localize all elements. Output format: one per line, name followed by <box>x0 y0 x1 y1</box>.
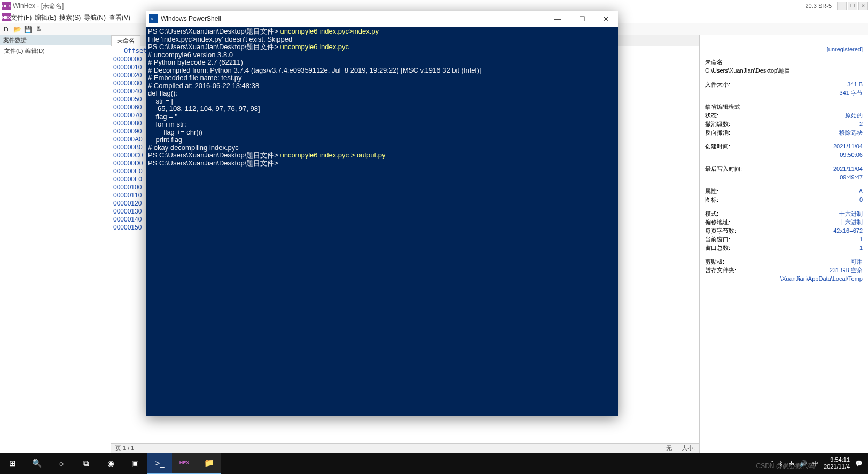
info-row: 偏移地址:十六进制 <box>705 218 863 226</box>
case-submenu[interactable]: 文件(L) 编辑(D) <box>0 45 111 57</box>
registration-status: [unregistered] <box>700 35 868 58</box>
search-icon[interactable]: 🔍 <box>25 453 49 474</box>
tab-unnamed[interactable]: 未命名 <box>111 35 140 46</box>
close-button[interactable]: ✕ <box>858 2 868 10</box>
menu-file[interactable]: 文件(F) <box>11 13 32 22</box>
info-row: 每页字节数:42x16=672 <box>705 226 863 235</box>
ps-minimize-button[interactable]: — <box>546 11 570 27</box>
menu-edit[interactable]: 编辑(E) <box>35 13 56 22</box>
info-row: 最后写入时间:2021/11/04 <box>705 164 863 173</box>
system-clock[interactable]: 9:54:11 2021/11/4 <box>824 456 850 470</box>
menu-search[interactable]: 搜索(S) <box>59 13 81 22</box>
status-none: 无 <box>666 444 672 452</box>
winhex-app-icon: HEX <box>2 2 11 10</box>
minimize-button[interactable]: — <box>837 2 847 10</box>
print-icon[interactable]: 🖶 <box>34 25 43 34</box>
start-button[interactable]: ⊞ <box>0 453 25 474</box>
winhex-title: WinHex - [未命名] <box>13 2 64 11</box>
powershell-title: Windows PowerShell <box>161 15 221 22</box>
terminal-line: PS C:\Users\XuanJian\Desktop\题目文件> uncom… <box>148 152 616 160</box>
terminal-line: flag = '' <box>148 113 616 121</box>
terminal-line: for i in str: <box>148 121 616 129</box>
taskview-icon[interactable]: ⧉ <box>74 453 98 474</box>
info-row: 剪贴板:可用 <box>705 257 863 266</box>
info-row: 09:50:06 <box>705 151 863 159</box>
taskbar-explorer[interactable]: 📁 <box>197 453 221 474</box>
terminal-line: # Python bytecode 2.7 (62211) <box>148 59 616 67</box>
save-icon[interactable]: 💾 <box>24 25 32 34</box>
powershell-icon: >_ <box>149 14 158 23</box>
terminal-line: str = [ <box>148 98 616 106</box>
menu-nav[interactable]: 导航(N) <box>84 13 106 22</box>
info-row: 当前窗口:1 <box>705 235 863 243</box>
taskbar-winhex[interactable]: HEX <box>172 453 197 474</box>
info-row: 341 字节 <box>705 89 863 97</box>
csdn-watermark: CSDN @愚公搬代码 <box>756 462 815 471</box>
winhex-version: 20.3 SR-5 <box>805 3 832 9</box>
terminal-line: # Embedded file name: test.py <box>148 74 616 82</box>
terminal-line: flag += chr(i) <box>148 129 616 137</box>
powershell-terminal[interactable]: PS C:\Users\XuanJian\Desktop\题目文件> uncom… <box>146 27 618 416</box>
terminal-line: PS C:\Users\XuanJian\Desktop\题目文件> uncom… <box>148 43 616 51</box>
terminal-line: PS C:\Users\XuanJian\Desktop\题目文件> uncom… <box>148 28 616 36</box>
taskbar-powershell[interactable]: >_ <box>147 453 172 474</box>
info-row: 09:49:47 <box>705 173 863 181</box>
case-tree <box>0 57 111 453</box>
cortana-icon[interactable]: ○ <box>49 453 74 474</box>
menu-view[interactable]: 查看(V) <box>109 13 130 22</box>
terminal-line: # Decompiled from: Python 3.7.4 (tags/v3… <box>148 67 616 75</box>
open-file-icon[interactable]: 📂 <box>13 25 21 34</box>
notification-icon[interactable]: 💬 <box>855 460 863 467</box>
terminal-line: # okay decompiling index.pyc <box>148 144 616 152</box>
xshell-icon[interactable]: ▣ <box>123 453 147 474</box>
info-row: 模式:十六进制 <box>705 209 863 218</box>
ps-close-button[interactable]: ✕ <box>594 11 618 27</box>
case-data-panel: 案件数据 文件(L) 编辑(D) <box>0 35 111 453</box>
maximize-button[interactable]: ❐ <box>848 2 857 10</box>
info-row: 图标:0 <box>705 195 863 204</box>
chrome-icon[interactable]: ◉ <box>98 453 123 474</box>
info-row: 反向撤消:移除选块 <box>705 128 863 137</box>
new-file-icon[interactable]: 🗋 <box>2 25 11 34</box>
info-row: 文件大小:341 B <box>705 80 863 89</box>
powershell-titlebar[interactable]: >_ Windows PowerShell — ☐ ✕ <box>146 11 618 27</box>
info-row: 窗口总数:1 <box>705 243 863 252</box>
status-size-label: 大小: <box>682 444 695 452</box>
terminal-line: PS C:\Users\XuanJian\Desktop\题目文件> <box>148 160 616 168</box>
terminal-line: print flag <box>148 136 616 144</box>
info-row: 状态:原始的 <box>705 111 863 120</box>
info-row: 暂存文件夹:231 GB 空余 <box>705 266 863 274</box>
winhex-titlebar[interactable]: HEX WinHex - [未命名] 20.3 SR-5 — ❐ ✕ <box>0 0 868 12</box>
info-row: 创建时间:2021/11/04 <box>705 142 863 151</box>
file-name-label: 未命名 <box>705 58 723 66</box>
terminal-line: # uncompyle6 version 3.8.0 <box>148 51 616 59</box>
winhex-doc-icon: HEX <box>2 13 11 21</box>
page-indicator: 页 1 / 1 <box>115 444 134 452</box>
terminal-line: File 'index.pyc>index.py' doesn't exist.… <box>148 36 616 44</box>
info-row: \XuanJian\AppData\Local\Temp <box>705 274 863 283</box>
ps-maximize-button[interactable]: ☐ <box>570 11 594 27</box>
info-row: 撤消级数:2 <box>705 120 863 128</box>
winhex-statusbar: 页 1 / 1 无 大小: <box>111 443 699 453</box>
terminal-line: # Compiled at: 2016-06-22 13:48:38 <box>148 82 616 90</box>
powershell-window[interactable]: >_ Windows PowerShell — ☐ ✕ PS C:\Users\… <box>146 11 618 416</box>
file-info-panel: [unregistered] 未命名C:\Users\XuanJian\Desk… <box>699 35 868 453</box>
windows-taskbar: ⊞ 🔍 ○ ⧉ ◉ ▣ >_ HEX 📁 CSDN @愚公搬代码 ˄ ᛒ 🖧 🔊… <box>0 453 868 474</box>
file-path: C:\Users\XuanJian\Desktop\题目 <box>705 66 863 75</box>
terminal-line: 65, 108, 112, 104, 97, 76, 97, 98] <box>148 105 616 113</box>
terminal-line: def flag(): <box>148 90 616 98</box>
case-data-header: 案件数据 <box>0 35 111 45</box>
info-row: 属性:A <box>705 187 863 195</box>
info-row: 缺省编辑模式 <box>705 102 863 111</box>
